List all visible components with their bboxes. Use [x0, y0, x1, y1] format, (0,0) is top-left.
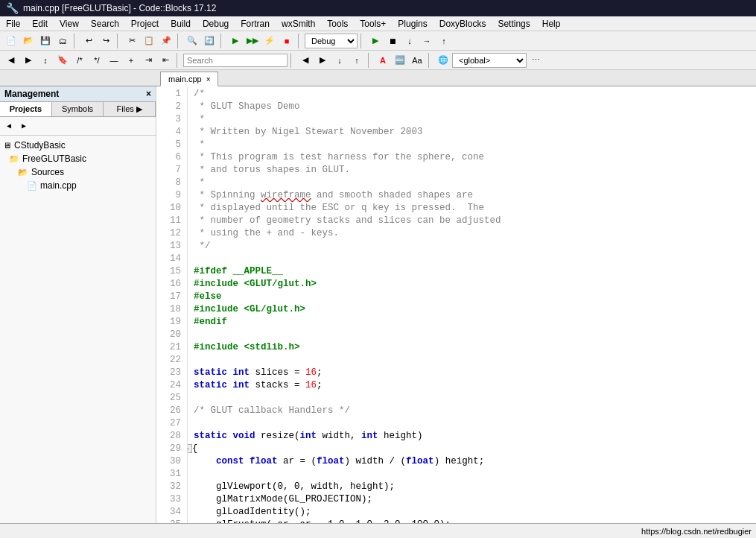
tab-label: main.cpp — [168, 75, 202, 83]
tree-item-sources[interactable]: 📂 Sources — [0, 165, 156, 179]
app-icon: 🔧 — [6, 2, 19, 14]
indent-button[interactable]: ⇥ — [140, 52, 156, 69]
sep7 — [177, 53, 180, 68]
sidebar-tab-files[interactable]: Files ▶ — [104, 102, 156, 116]
tab-main-cpp[interactable]: main.cpp × — [160, 72, 218, 86]
project-tree: 🖥 CStudyBasic 📁 FreeGLUTBasic 📂 Sources … — [0, 136, 156, 538]
menu-item-settings[interactable]: Settings — [492, 16, 536, 31]
forward-nav[interactable]: ▶ — [314, 52, 331, 69]
comment-button[interactable]: /* — [72, 52, 88, 69]
sidebar: Management × Projects Symbols Files ▶ ◀ … — [0, 86, 156, 538]
code-editor[interactable]: 1234567891011121314151617181920212223242… — [156, 86, 756, 538]
nav-back[interactable]: ◀ — [2, 119, 16, 133]
bookmark-button[interactable]: 🔖 — [54, 52, 71, 69]
sidebar-header: Management × — [0, 86, 156, 102]
debug-out[interactable]: ↑ — [436, 33, 452, 49]
code-line: #include <stdlib.h> — [194, 341, 750, 354]
save-all-button[interactable]: 🗂 — [54, 33, 71, 49]
code-line: /* — [194, 88, 750, 101]
nav-forward[interactable]: ▶ — [17, 119, 31, 133]
paste-button[interactable]: 📌 — [158, 33, 174, 49]
search-input[interactable] — [183, 54, 288, 67]
code-line: const float ar = (float) width / (float)… — [194, 455, 750, 468]
jump-def[interactable]: ↑ — [349, 52, 365, 69]
menu-item-fortran[interactable]: Fortran — [235, 16, 276, 31]
file-icon: 📄 — [27, 181, 37, 191]
tree-item-cstudybasic[interactable]: 🖥 CStudyBasic — [0, 139, 156, 152]
prev-button[interactable]: ◀ — [3, 52, 19, 69]
sidebar-tab-symbols[interactable]: Symbols — [52, 102, 104, 116]
code-line: #include <GL/glut.h> — [194, 303, 750, 316]
more-btn[interactable]: ⋯ — [527, 52, 544, 69]
line-number: 25 — [162, 392, 181, 405]
redo-button[interactable]: ↪ — [98, 33, 114, 49]
code-line — [194, 329, 750, 341]
fold-button[interactable]: — — [106, 52, 122, 69]
new-button[interactable]: 📄 — [3, 33, 19, 49]
menu-item-file[interactable]: File — [0, 16, 26, 31]
cut-button[interactable]: ✂ — [124, 33, 140, 49]
line-number: 23 — [162, 367, 181, 379]
menu-item-wxsmith[interactable]: wxSmith — [276, 16, 321, 31]
menu-item-project[interactable]: Project — [125, 16, 165, 31]
stop-button[interactable]: ■ — [279, 33, 295, 49]
menu-item-build[interactable]: Build — [165, 16, 197, 31]
tree-label: CStudyBasic — [14, 140, 66, 151]
menu-item-plugins[interactable]: Plugins — [392, 16, 433, 31]
sep10 — [428, 53, 432, 68]
unindent-button[interactable]: ⇤ — [157, 52, 174, 69]
open-button[interactable]: 📂 — [20, 33, 36, 49]
tree-item-freeglutbasic[interactable]: 📁 FreeGLUTBasic — [0, 152, 156, 165]
code-line — [194, 354, 750, 367]
tree-label: FreeGLUTBasic — [22, 154, 86, 164]
sep2 — [117, 34, 121, 48]
next-button[interactable]: ▶ — [20, 52, 36, 69]
highlight-btn[interactable]: A — [375, 52, 391, 69]
uncomment-button[interactable]: */ — [89, 52, 105, 69]
debug-start[interactable]: ▶ — [367, 33, 384, 49]
code-area[interactable]: /* * GLUT Shapes Demo * * Written by Nig… — [188, 86, 756, 538]
sidebar-close-button[interactable]: × — [146, 89, 151, 99]
code-line: #include <GLUT/glut.h> — [194, 278, 750, 291]
tab-close-button[interactable]: × — [206, 75, 211, 83]
line-number: 6 — [162, 151, 181, 164]
menu-item-view[interactable]: View — [54, 16, 85, 31]
tree-item-maincpp[interactable]: 📄 main.cpp — [0, 179, 156, 192]
menu-item-tools+[interactable]: Tools+ — [354, 16, 392, 31]
line-number: 10 — [162, 202, 181, 215]
debug-step[interactable]: ↓ — [401, 33, 418, 49]
line-number: 4 — [162, 126, 181, 139]
menu-item-edit[interactable]: Edit — [26, 16, 54, 31]
format-btn[interactable]: 🔤 — [392, 52, 408, 69]
replace-button[interactable]: 🔄 — [201, 33, 217, 49]
menu-item-tools[interactable]: Tools — [321, 16, 354, 31]
line-number: 16 — [162, 278, 181, 291]
sidebar-tab-projects[interactable]: Projects — [0, 102, 52, 116]
case-btn[interactable]: Aa — [409, 52, 425, 69]
code-line: * Written by Nigel Stewart November 2003 — [194, 126, 750, 139]
menu-item-search[interactable]: Search — [85, 16, 125, 31]
window-title: main.cpp [FreeGLUTBasic] - Code::Blocks … — [23, 3, 216, 13]
jump-decl[interactable]: ↓ — [331, 52, 348, 69]
unfold-button[interactable]: + — [123, 52, 139, 69]
find-button[interactable]: 🔍 — [184, 33, 200, 49]
debug-next[interactable]: → — [419, 33, 435, 49]
save-button[interactable]: 💾 — [37, 33, 54, 49]
back-nav[interactable]: ◀ — [297, 52, 314, 69]
menu-item-doxyblocks[interactable]: DoxyBlocks — [433, 16, 492, 31]
scope-btn[interactable]: 🌐 — [435, 52, 451, 69]
menu-item-help[interactable]: Help — [536, 16, 567, 31]
build-button[interactable]: ▶ — [227, 33, 244, 49]
jump-button[interactable]: ↕ — [37, 52, 54, 69]
undo-button[interactable]: ↩ — [80, 33, 97, 49]
copy-button[interactable]: 📋 — [141, 33, 157, 49]
build-run-button[interactable]: ⚡ — [261, 33, 278, 49]
debug-dropdown[interactable]: Debug Release — [305, 34, 358, 48]
menu-item-debug[interactable]: Debug — [197, 16, 235, 31]
debug-stop[interactable]: ⏹ — [384, 33, 401, 49]
line-number: 11 — [162, 215, 181, 227]
run-button[interactable]: ▶▶ — [244, 33, 261, 49]
fold-marker[interactable]: - — [188, 444, 192, 453]
global-scope-dropdown[interactable]: <global> — [452, 53, 527, 68]
line-number: 21 — [162, 341, 181, 354]
